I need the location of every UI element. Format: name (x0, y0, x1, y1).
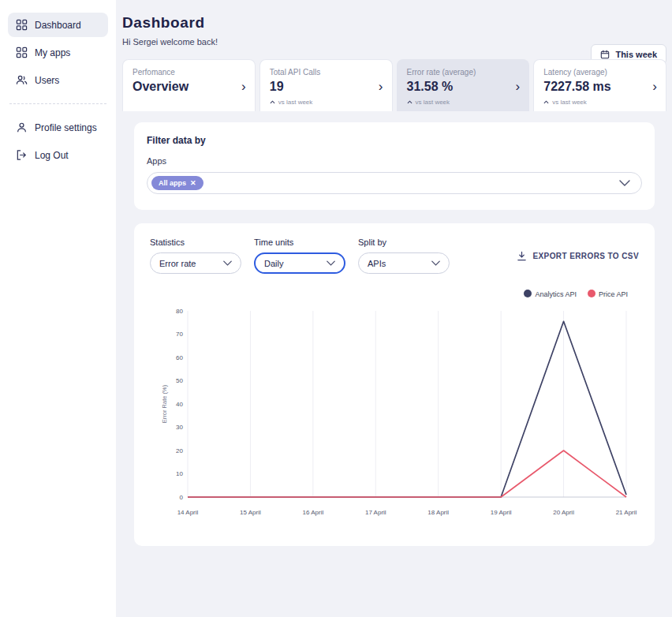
legend-dot-icon (588, 290, 595, 297)
chevron-down-icon (619, 180, 630, 186)
statistics-control: Statistics Error rate (150, 237, 241, 274)
all-apps-chip-label: All apps (159, 179, 186, 187)
stat-card-value: 31.58 % (407, 80, 509, 94)
svg-text:0: 0 (180, 494, 184, 501)
stat-card-value: 7227.58 ms (543, 80, 645, 94)
svg-text:20 April: 20 April (553, 509, 574, 516)
chevron-down-icon (327, 260, 335, 266)
caret-up-icon (543, 100, 549, 104)
time-units-label: Time units (254, 237, 345, 247)
svg-text:14 April: 14 April (177, 509, 199, 516)
legend-dot-icon (524, 290, 532, 297)
period-selector-label: This week (615, 50, 657, 59)
svg-text:19 April: 19 April (491, 509, 512, 516)
calendar-icon (600, 50, 610, 59)
svg-text:10: 10 (176, 470, 183, 477)
stat-card-delta: vs last week (407, 99, 509, 106)
users-icon (16, 74, 28, 86)
chevron-down-icon (223, 260, 232, 266)
stat-card-latency[interactable]: Latency (average) 7227.58 ms vs last wee… (533, 59, 666, 111)
svg-text:Error Rate (%): Error Rate (%) (161, 384, 168, 423)
stat-cards-row: Perfomance Overview › Total API Calls 19… (122, 59, 666, 111)
caret-up-icon (270, 100, 275, 104)
export-errors-csv-label: EXPORT ERRORS TO CSV (532, 252, 639, 260)
statistics-dropdown[interactable]: Error rate (150, 252, 241, 274)
app-root: Dashboard My apps Users Profile settings (0, 0, 672, 617)
time-units-control: Time units Daily (254, 237, 345, 274)
stat-card-value: Overview (133, 80, 234, 94)
stat-card-error-rate[interactable]: Error rate (average) 31.58 % vs last wee… (397, 59, 530, 111)
legend-item[interactable]: Price API (588, 290, 628, 298)
sidebar-item-profile-settings[interactable]: Profile settings (8, 115, 108, 140)
welcome-subtitle: Hi Sergei welcome back! (122, 37, 666, 47)
stat-card-total-api-calls[interactable]: Total API Calls 19 vs last week › (259, 59, 393, 111)
sidebar-item-label: Dashboard (35, 20, 81, 31)
svg-text:30: 30 (176, 424, 183, 431)
apps-filter-label: Apps (147, 156, 642, 166)
svg-text:16 April: 16 April (303, 509, 324, 516)
time-units-dropdown-value: Daily (264, 259, 283, 268)
sidebar-item-my-apps[interactable]: My apps (8, 40, 108, 65)
split-by-dropdown[interactable]: APIs (358, 252, 450, 274)
grid-icon (16, 19, 28, 31)
stat-card-delta: vs last week (270, 99, 371, 106)
all-apps-chip[interactable]: All apps ✕ (151, 176, 203, 190)
sidebar-item-label: My apps (35, 47, 70, 58)
time-units-dropdown[interactable]: Daily (254, 252, 345, 274)
svg-text:80: 80 (176, 308, 183, 315)
stat-card-label: Total API Calls (270, 68, 371, 77)
error-rate-chart: Error Rate (%)14 April15 April16 April17… (150, 301, 639, 525)
split-by-label: Split by (358, 237, 450, 247)
svg-text:17 April: 17 April (365, 509, 386, 516)
chevron-right-icon: › (516, 79, 521, 92)
stat-card-label: Latency (average) (543, 68, 645, 77)
sidebar-item-label: Profile settings (35, 122, 97, 133)
chevron-right-icon: › (241, 79, 246, 92)
filter-panel-title: Filter data by (147, 135, 642, 146)
stat-card-value: 19 (270, 80, 371, 94)
sidebar-item-dashboard[interactable]: Dashboard (8, 13, 108, 37)
export-errors-csv-button[interactable]: EXPORT ERRORS TO CSV (517, 251, 639, 261)
statistics-label: Statistics (150, 237, 241, 247)
svg-text:15 April: 15 April (240, 509, 261, 516)
svg-text:18 April: 18 April (427, 509, 449, 516)
chart-controls: Statistics Error rate Time units Daily S… (150, 237, 639, 274)
stat-card-label: Perfomance (133, 68, 234, 77)
svg-text:60: 60 (176, 354, 183, 361)
legend-item[interactable]: Analytics API (524, 290, 577, 298)
download-icon (517, 251, 527, 261)
apps-filter-select[interactable]: All apps ✕ (147, 172, 642, 194)
sidebar-divider (9, 103, 106, 104)
svg-text:40: 40 (176, 401, 183, 408)
sidebar-item-users[interactable]: Users (8, 68, 108, 92)
statistics-dropdown-value: Error rate (159, 259, 196, 268)
main-content: Dashboard Hi Sergei welcome back! This w… (116, 0, 672, 617)
sidebar-item-label: Log Out (35, 150, 69, 161)
stat-card-delta: vs last week (543, 99, 645, 106)
sidebar-item-log-out[interactable]: Log Out (8, 143, 108, 167)
split-by-dropdown-value: APIs (368, 259, 386, 268)
stat-card-delta-label: vs last week (416, 99, 450, 106)
stat-card-performance[interactable]: Perfomance Overview › (122, 59, 256, 111)
chip-close-icon[interactable]: ✕ (190, 179, 196, 187)
sidebar-item-label: Users (35, 75, 59, 86)
svg-text:20: 20 (176, 447, 183, 454)
logout-icon (16, 149, 28, 161)
svg-text:50: 50 (176, 377, 183, 384)
filter-panel: Filter data by Apps All apps ✕ (134, 122, 655, 210)
user-icon (16, 122, 28, 133)
stat-card-label: Error rate (average) (407, 68, 509, 77)
chevron-right-icon: › (652, 79, 657, 92)
chart-legend: Analytics APIPrice API (150, 290, 639, 298)
sidebar: Dashboard My apps Users Profile settings (0, 0, 116, 617)
page-title: Dashboard (122, 14, 666, 32)
caret-up-icon (407, 100, 413, 104)
chevron-right-icon: › (379, 79, 383, 92)
svg-text:21 April: 21 April (616, 509, 637, 516)
svg-text:70: 70 (176, 331, 183, 338)
chart-panel: Statistics Error rate Time units Daily S… (134, 223, 655, 546)
grid-icon (16, 47, 28, 58)
split-by-control: Split by APIs (358, 237, 450, 274)
stat-card-delta-label: vs last week (278, 99, 313, 106)
stat-card-delta-label: vs last week (552, 99, 587, 106)
